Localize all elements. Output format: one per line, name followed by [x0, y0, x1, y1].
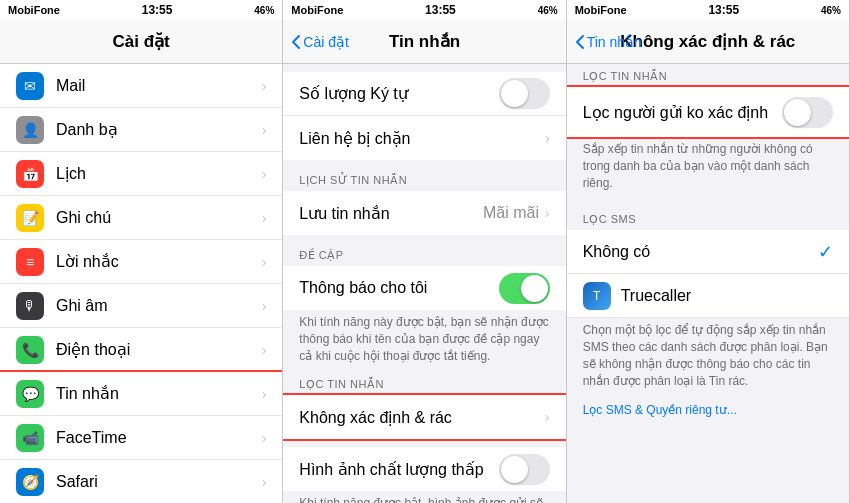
lien-he-bi-chan-item[interactable]: Liên hệ bị chặn ›: [283, 116, 565, 160]
list-item-lich[interactable]: 📅 Lịch ›: [0, 152, 282, 196]
dien-thoai-icon: 📞: [16, 336, 44, 364]
filter-link[interactable]: Lọc SMS & Quyền riêng tư...: [583, 403, 737, 417]
status-right-2: 46%: [538, 5, 558, 16]
hinh-anh-toggle[interactable]: [499, 454, 550, 485]
khong-xac-dinh-rac-item[interactable]: Không xác định & rác ›: [283, 395, 565, 439]
filter-khong-co-item[interactable]: Không có ✓: [567, 230, 849, 274]
back-chevron-icon-3: [575, 34, 585, 50]
tin-nhan-icon: 💬: [16, 380, 44, 408]
hinh-anh-description: Khi tính năng được bật, hình ảnh được gử…: [283, 491, 565, 503]
safari-chevron: ›: [262, 474, 267, 490]
back-button-2[interactable]: Cài đặt: [291, 34, 349, 50]
ghi-am-chevron: ›: [262, 298, 267, 314]
time-3: 13:55: [708, 3, 739, 17]
list-item-ghi-chu[interactable]: 📝 Ghi chú ›: [0, 196, 282, 240]
tin-nhan-settings-list: Số lượng Ký tự Liên hệ bị chặn › LỊCH SỬ…: [283, 64, 565, 503]
nav-bar-2: Cài đặt Tin nhắn: [283, 20, 565, 64]
loc-nguoi-gui-label: Lọc người gửi ko xác định: [583, 103, 782, 122]
status-bar-2: MobiFone 13:55 46%: [283, 0, 565, 20]
group-hinh-anh: Hình ảnh chất lượng thấp: [283, 447, 565, 491]
ghi-chu-chevron: ›: [262, 210, 267, 226]
panel-tin-nhan: MobiFone 13:55 46% Cài đặt Tin nhắn Số l…: [283, 0, 566, 503]
luu-tin-nhan-chevron: ›: [545, 205, 550, 221]
so-luong-ky-tu-item[interactable]: Số lượng Ký tự: [283, 72, 565, 116]
group-loc-sms: Không có ✓ T Truecaller: [567, 230, 849, 318]
truecaller-icon: T: [583, 282, 611, 310]
lich-label: Lịch: [56, 164, 262, 183]
mail-label: Mail: [56, 77, 262, 95]
list-item-facetime[interactable]: 📹 FaceTime ›: [0, 416, 282, 460]
status-bar-3: MobiFone 13:55 46%: [567, 0, 849, 20]
so-luong-ky-tu-toggle[interactable]: [499, 78, 550, 109]
back-chevron-icon-2: [291, 34, 301, 50]
thong-bao-cho-toi-toggle[interactable]: [499, 273, 550, 304]
nav-bar-3: Tin nhắn Không xác định & rác: [567, 20, 849, 64]
panel-khong-xac-dinh: MobiFone 13:55 46% Tin nhắn Không xác đị…: [567, 0, 850, 503]
loc-sms-header: LỌC SMS: [567, 207, 849, 230]
safari-label: Safari: [56, 473, 262, 491]
ghi-am-icon: 🎙: [16, 292, 44, 320]
time-1: 13:55: [142, 3, 173, 17]
lich-chevron: ›: [262, 166, 267, 182]
dien-thoai-label: Điện thoại: [56, 340, 262, 359]
filter-truecaller-item[interactable]: T Truecaller: [567, 274, 849, 318]
truecaller-label: Truecaller: [621, 287, 833, 305]
list-item-mail[interactable]: ✉ Mail ›: [0, 64, 282, 108]
status-right-1: 46%: [254, 5, 274, 16]
settings-list: ✉ Mail › 👤 Danh bạ › 📅 Lịch › 📝 Ghi chú …: [0, 64, 282, 503]
khong-xac-dinh-list: LỌC TIN NHẮN Lọc người gửi ko xác định S…: [567, 64, 849, 503]
group-de-cap: Thông báo cho tôi: [283, 266, 565, 310]
loc-nguoi-gui-item[interactable]: Lọc người gửi ko xác định: [567, 87, 849, 137]
list-item-danh-ba[interactable]: 👤 Danh bạ ›: [0, 108, 282, 152]
list-item-safari[interactable]: 🧭 Safari ›: [0, 460, 282, 503]
list-item-ghi-am[interactable]: 🎙 Ghi âm ›: [0, 284, 282, 328]
loc-nguoi-gui-desc: Sắp xếp tin nhắn từ những người không có…: [567, 137, 849, 199]
facetime-label: FaceTime: [56, 429, 262, 447]
facetime-chevron: ›: [262, 430, 267, 446]
battery-3: 46%: [821, 5, 841, 16]
lien-he-bi-chan-chevron: ›: [545, 130, 550, 146]
ghi-chu-label: Ghi chú: [56, 209, 262, 227]
nav-title-1: Cài đặt: [113, 31, 170, 52]
filter-link-container: Lọc SMS & Quyền riêng tư...: [567, 398, 849, 426]
tin-nhan-label: Tin nhắn: [56, 384, 262, 403]
hinh-anh-item[interactable]: Hình ảnh chất lượng thấp: [283, 447, 565, 491]
section-loc-tin-nhan: LỌC TIN NHẮN: [283, 372, 565, 395]
panel-cai-dat: MobiFone 13:55 46% Cài đặt ✉ Mail › 👤 Da…: [0, 0, 283, 503]
lien-he-bi-chan-label: Liên hệ bị chặn: [299, 129, 545, 148]
so-luong-ky-tu-label: Số lượng Ký tự: [299, 84, 498, 103]
hinh-anh-label: Hình ảnh chất lượng thấp: [299, 460, 498, 479]
group-loc-nguoi-gui: Lọc người gửi ko xác định: [567, 87, 849, 137]
luu-tin-nhan-label: Lưu tin nhắn: [299, 204, 483, 223]
loc-nguoi-gui-toggle[interactable]: [782, 97, 833, 128]
nav-title-2: Tin nhắn: [389, 31, 460, 52]
list-item-dien-thoai[interactable]: 📞 Điện thoại ›: [0, 328, 282, 372]
facetime-icon: 📹: [16, 424, 44, 452]
loc-tin-nhan-header: LỌC TIN NHẮN: [567, 64, 849, 87]
back-button-3[interactable]: Tin nhắn: [575, 34, 642, 50]
de-cap-description: Khi tính năng này được bật, bạn sẽ nhận …: [283, 310, 565, 372]
group-lich-su: Lưu tin nhắn Mãi mãi ›: [283, 191, 565, 235]
group-loc-tin-nhan: Không xác định & rác ›: [283, 395, 565, 439]
section-de-cap: ĐỀ CẬP: [283, 243, 565, 266]
filter-desc: Chọn một bộ lọc để tự động sắp xếp tin n…: [567, 318, 849, 397]
section-lich-su: LỊCH SỬ TIN NHẮN: [283, 168, 565, 191]
group-basic: Số lượng Ký tự Liên hệ bị chặn ›: [283, 72, 565, 160]
thong-bao-cho-toi-item[interactable]: Thông báo cho tôi: [283, 266, 565, 310]
tin-nhan-chevron: ›: [262, 386, 267, 402]
carrier-1: MobiFone: [8, 4, 60, 16]
list-item-tin-nhan[interactable]: 💬 Tin nhắn ›: [0, 372, 282, 416]
list-item-loi-nhac[interactable]: ≡ Lời nhắc ›: [0, 240, 282, 284]
danh-ba-chevron: ›: [262, 122, 267, 138]
filter-khong-co-checkmark: ✓: [818, 241, 833, 263]
nav-bar-1: Cài đặt: [0, 20, 282, 64]
time-2: 13:55: [425, 3, 456, 17]
khong-xac-dinh-rac-label: Không xác định & rác: [299, 408, 545, 427]
nav-title-3: Không xác định & rác: [620, 31, 795, 52]
mail-chevron: ›: [262, 78, 267, 94]
ghi-am-label: Ghi âm: [56, 297, 262, 315]
back-label-3: Tin nhắn: [587, 34, 642, 50]
loi-nhac-label: Lời nhắc: [56, 252, 262, 271]
back-label-2: Cài đặt: [303, 34, 349, 50]
luu-tin-nhan-item[interactable]: Lưu tin nhắn Mãi mãi ›: [283, 191, 565, 235]
